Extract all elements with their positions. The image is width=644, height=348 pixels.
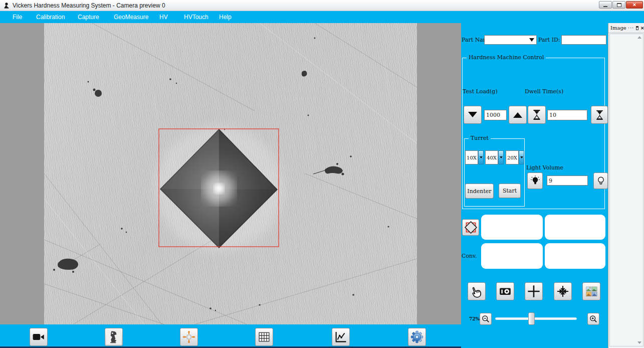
hourglass-icon (594, 109, 605, 121)
maximize-icon (617, 3, 621, 7)
chevron-down-icon (500, 156, 503, 158)
zoom-in-button[interactable] (587, 313, 599, 325)
chart-icon (334, 330, 348, 344)
dock-icon[interactable] (636, 26, 638, 30)
hardness-tester-icon (106, 329, 121, 344)
auto-measure-button[interactable] (462, 219, 479, 236)
minimize-button[interactable] (599, 1, 612, 9)
turret-objective-3[interactable]: 20X (506, 150, 519, 164)
converge-arrows-icon (556, 284, 570, 298)
chevron-down-icon (520, 156, 523, 158)
arrow-up-icon (512, 109, 524, 121)
hardness-tester-button[interactable] (105, 328, 123, 346)
zoom-out-icon (481, 314, 491, 324)
grid-button[interactable] (255, 328, 273, 346)
hardness-machine-control-group: Hardness Machine Control Test Load(g) Dw… (462, 58, 605, 209)
menu-geomeasure[interactable]: GeoMeasure (114, 14, 148, 21)
arrow-down-icon (467, 109, 479, 121)
hand-pointer-icon (470, 284, 484, 298)
scroll-down-icon[interactable] (637, 341, 641, 344)
title-bar: Vickers Hardness Measuring System - Came… (0, 0, 644, 11)
image-panel-title: Image (610, 25, 626, 31)
menu-hv[interactable]: HV (159, 14, 168, 21)
light-volume-label: Light Volume (526, 164, 563, 171)
zoom-out-button[interactable] (480, 313, 492, 325)
image-panel-overflow[interactable]: ··· (628, 25, 634, 31)
video-camera-icon (32, 330, 45, 343)
turret-objective-1[interactable]: 10X (465, 150, 478, 164)
crosshair-icon (527, 284, 541, 298)
scroll-up-icon[interactable] (637, 36, 641, 39)
result-d1-box (481, 215, 543, 240)
part-id-input[interactable] (561, 35, 606, 45)
bulb-outline-icon (595, 175, 607, 187)
dwell-time-button[interactable] (528, 106, 546, 124)
part-id-label: Part ID: (538, 37, 560, 43)
app-window: Vickers Hardness Measuring System - Came… (0, 0, 644, 348)
turret-group: Turret 10X 40X 20X Indenter Start (464, 138, 525, 207)
zoom-percent-label: 72% (469, 316, 480, 321)
light-decrease-button[interactable] (527, 172, 543, 189)
control-panel: Part Name: Part ID: Hardness Machine Con… (461, 23, 608, 348)
image-panel-close-icon[interactable]: × (640, 25, 644, 31)
minimize-icon (603, 6, 607, 7)
zoom-in-icon (588, 314, 598, 324)
dwell-time-label: Dwell Time(s) (525, 88, 563, 95)
snapshot-button[interactable] (496, 282, 514, 300)
menu-file[interactable]: File (13, 14, 22, 21)
gear-icon (410, 330, 424, 344)
menu-calibration[interactable]: Calibration (36, 14, 65, 21)
stage-move-icon (182, 330, 196, 344)
stage-move-button[interactable] (180, 328, 198, 346)
image-gallery-icon (585, 285, 598, 298)
dwell-apply-button[interactable] (591, 106, 608, 124)
maximize-button[interactable] (612, 1, 625, 9)
chevron-down-icon (480, 156, 483, 158)
video-camera-button[interactable] (30, 328, 48, 346)
turret-group-title: Turret (469, 135, 491, 141)
menu-bar: File Calibration Capture GeoMeasure HV H… (0, 11, 644, 23)
chart-button[interactable] (332, 328, 350, 346)
result-conv-box (545, 243, 605, 269)
part-name-combo[interactable] (484, 35, 537, 45)
preview-area (0, 23, 461, 324)
load-decrease-button[interactable] (464, 106, 482, 124)
image-panel-body[interactable] (609, 34, 643, 346)
menu-hvtouch[interactable]: HVTouch (184, 14, 208, 21)
bulb-filled-icon (529, 175, 541, 187)
close-button[interactable]: × (626, 1, 643, 9)
load-increase-button[interactable] (509, 106, 527, 124)
close-icon: × (633, 2, 636, 8)
light-volume-input[interactable] (547, 176, 588, 186)
app-icon (3, 2, 10, 9)
image-side-panel: Image ··· × (608, 23, 644, 348)
crosshair-button[interactable] (525, 282, 543, 300)
chevron-down-icon (529, 38, 534, 42)
grid-icon (257, 330, 271, 344)
light-increase-button[interactable] (593, 172, 608, 189)
turret-objective-2[interactable]: 40X (485, 150, 498, 164)
indenter-button[interactable]: Indenter (465, 184, 494, 199)
settings-button[interactable] (408, 328, 426, 346)
hardness-group-title: Hardness Machine Control (467, 54, 546, 61)
camera-image[interactable] (44, 23, 417, 324)
zoom-slider-handle[interactable] (528, 312, 535, 325)
zoom-slider-track[interactable] (495, 317, 577, 320)
start-button[interactable]: Start (499, 184, 521, 198)
turret-objective-1-arrow[interactable] (478, 150, 484, 164)
camera-icon (499, 285, 512, 298)
center-converge-button[interactable] (554, 282, 572, 300)
menu-help[interactable]: Help (219, 14, 232, 21)
result-d2-box (545, 215, 605, 240)
dwell-time-input[interactable] (547, 110, 587, 120)
test-load-input[interactable] (484, 110, 507, 120)
hand-tool-button[interactable] (468, 282, 486, 300)
turret-objective-2-arrow[interactable] (498, 150, 504, 164)
turret-objective-3-arrow[interactable] (519, 150, 524, 164)
window-title: Vickers Hardness Measuring System - Came… (13, 2, 165, 9)
hourglass-icon (531, 109, 543, 121)
result-hv-box (481, 243, 543, 269)
test-load-label: Test Load(g) (463, 88, 498, 95)
gallery-button[interactable] (582, 282, 600, 300)
menu-capture[interactable]: Capture (78, 14, 99, 21)
